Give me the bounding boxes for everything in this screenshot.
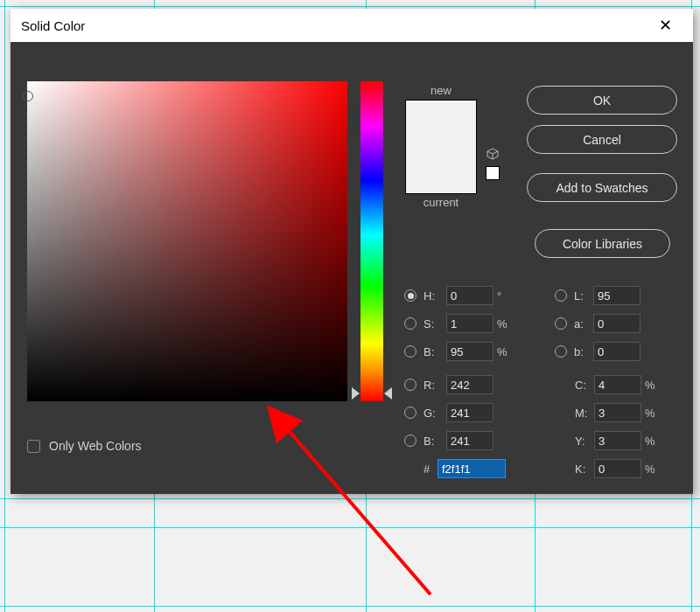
label-y: Y: bbox=[575, 435, 591, 448]
label-b-hsb: B: bbox=[424, 345, 443, 358]
label-c: C: bbox=[575, 379, 591, 392]
input-m[interactable] bbox=[594, 403, 641, 422]
cancel-button[interactable]: Cancel bbox=[527, 125, 677, 154]
input-r[interactable] bbox=[446, 375, 494, 394]
radio-r[interactable] bbox=[404, 379, 416, 391]
radio-a[interactable] bbox=[555, 317, 567, 330]
radio-g[interactable] bbox=[404, 407, 416, 419]
radio-b-hsb[interactable] bbox=[404, 345, 416, 358]
input-l[interactable] bbox=[593, 286, 640, 305]
input-b-rgb[interactable] bbox=[446, 431, 494, 450]
input-h[interactable] bbox=[446, 286, 494, 305]
only-web-colors-row: Only Web Colors bbox=[27, 439, 142, 453]
label-k: K: bbox=[575, 462, 591, 476]
label-a: a: bbox=[574, 317, 590, 330]
unit-m: % bbox=[645, 407, 661, 420]
only-web-colors-label: Only Web Colors bbox=[49, 439, 142, 453]
row-b-rgb: B: bbox=[404, 430, 494, 451]
radio-h[interactable] bbox=[404, 289, 416, 302]
input-b-lab[interactable] bbox=[593, 342, 640, 361]
input-k[interactable] bbox=[594, 459, 641, 478]
unit-h: ° bbox=[497, 289, 513, 303]
label-b-rgb: B: bbox=[424, 435, 443, 448]
hue-pointer-right-icon bbox=[384, 387, 392, 400]
gamut-warning-icon[interactable] bbox=[486, 147, 500, 161]
row-y: Y: % bbox=[575, 430, 661, 451]
color-picker-dialog: Solid Color ✕ new current OK Cancel Add … bbox=[10, 9, 693, 494]
row-l: L: bbox=[555, 285, 640, 306]
ok-button[interactable]: OK bbox=[527, 86, 677, 115]
input-b-hsb[interactable] bbox=[446, 342, 494, 361]
radio-l[interactable] bbox=[555, 289, 567, 302]
row-m: M: % bbox=[575, 402, 661, 423]
row-c: C: % bbox=[575, 374, 661, 395]
radio-b-rgb[interactable] bbox=[404, 435, 416, 447]
label-r: R: bbox=[424, 379, 443, 392]
label-l: L: bbox=[574, 289, 590, 303]
current-color-swatch[interactable] bbox=[406, 147, 476, 193]
dialog-title: Solid Color bbox=[21, 18, 648, 33]
titlebar: Solid Color ✕ bbox=[10, 9, 693, 42]
new-color-swatch[interactable] bbox=[406, 101, 476, 147]
row-s: S: % bbox=[404, 313, 513, 334]
color-field-cursor bbox=[23, 91, 33, 101]
label-s: S: bbox=[424, 317, 443, 330]
label-b-lab: b: bbox=[574, 345, 590, 358]
color-preview-swatch bbox=[405, 100, 477, 194]
color-field[interactable] bbox=[27, 81, 347, 401]
unit-s: % bbox=[497, 317, 513, 330]
input-y[interactable] bbox=[594, 431, 641, 450]
input-a[interactable] bbox=[593, 314, 640, 333]
input-g[interactable] bbox=[446, 403, 494, 422]
label-hex: # bbox=[424, 462, 434, 476]
label-g: G: bbox=[424, 407, 443, 420]
unit-y: % bbox=[645, 435, 661, 448]
unit-k: % bbox=[645, 462, 661, 476]
unit-b-hsb: % bbox=[497, 345, 513, 358]
input-c[interactable] bbox=[594, 375, 641, 394]
radio-b-lab[interactable] bbox=[555, 345, 567, 358]
input-hex[interactable] bbox=[438, 459, 506, 478]
close-icon[interactable]: ✕ bbox=[648, 9, 682, 42]
input-s[interactable] bbox=[446, 314, 494, 333]
row-hex: # bbox=[424, 458, 506, 479]
color-libraries-button[interactable]: Color Libraries bbox=[535, 229, 670, 258]
hue-pointer-left-icon bbox=[352, 387, 360, 400]
label-h: H: bbox=[424, 289, 443, 303]
label-m: M: bbox=[575, 407, 591, 420]
row-b-lab: b: bbox=[555, 341, 640, 362]
row-r: R: bbox=[404, 374, 494, 395]
only-web-colors-checkbox[interactable] bbox=[27, 440, 40, 453]
new-color-label: new bbox=[410, 84, 472, 97]
websafe-swatch[interactable] bbox=[486, 166, 500, 180]
row-g: G: bbox=[404, 402, 494, 423]
unit-c: % bbox=[645, 379, 661, 392]
hue-slider[interactable] bbox=[360, 81, 383, 401]
radio-s[interactable] bbox=[404, 317, 416, 330]
row-k: K: % bbox=[575, 458, 661, 479]
row-b-hsb: B: % bbox=[404, 341, 513, 362]
current-color-label: current bbox=[410, 196, 472, 209]
row-a: a: bbox=[555, 313, 640, 334]
row-h: H: ° bbox=[404, 285, 513, 306]
add-to-swatches-button[interactable]: Add to Swatches bbox=[527, 173, 677, 202]
